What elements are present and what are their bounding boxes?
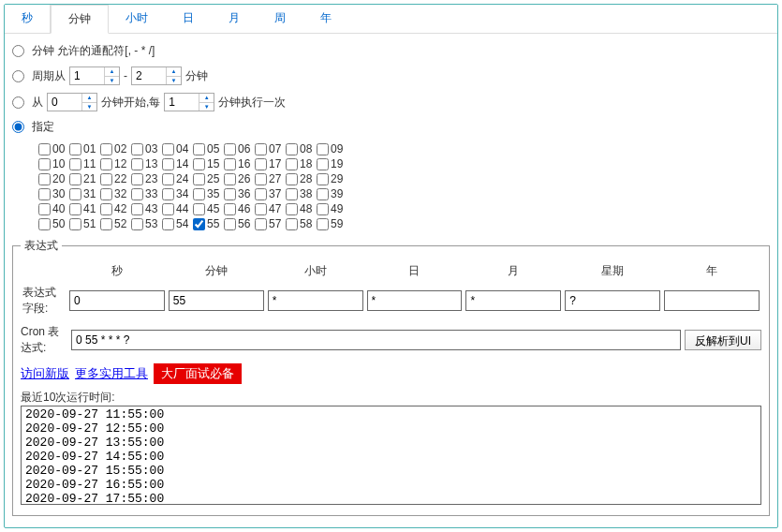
checkbox-minute-47[interactable] (255, 203, 267, 215)
checkbox-minute-53[interactable] (131, 218, 143, 230)
chevron-down-icon[interactable]: ▼ (199, 103, 214, 111)
check-minute-31[interactable]: 31 (69, 187, 100, 200)
checkbox-minute-57[interactable] (255, 218, 267, 230)
textarea-run-times[interactable] (21, 406, 761, 505)
tab-5[interactable]: 周 (258, 5, 303, 33)
check-minute-37[interactable]: 37 (255, 187, 286, 200)
check-minute-7[interactable]: 07 (255, 142, 286, 155)
check-minute-58[interactable]: 58 (286, 217, 317, 230)
checkbox-minute-48[interactable] (286, 203, 298, 215)
checkbox-minute-22[interactable] (100, 173, 112, 185)
checkbox-minute-40[interactable] (38, 203, 51, 215)
radio-cycle[interactable] (12, 70, 24, 82)
check-minute-36[interactable]: 36 (224, 187, 255, 200)
check-minute-15[interactable]: 15 (193, 157, 224, 170)
checkbox-minute-8[interactable] (286, 143, 298, 155)
checkbox-minute-25[interactable] (193, 173, 205, 185)
chevron-up-icon[interactable]: ▲ (167, 67, 181, 77)
radio-wildcard[interactable] (12, 45, 24, 57)
chevron-up-icon[interactable]: ▲ (82, 94, 96, 103)
checkbox-minute-20[interactable] (38, 173, 51, 185)
chevron-up-icon[interactable]: ▲ (199, 94, 214, 103)
checkbox-minute-39[interactable] (317, 188, 329, 200)
checkbox-minute-27[interactable] (255, 173, 267, 185)
check-minute-46[interactable]: 46 (224, 202, 255, 215)
checkbox-minute-23[interactable] (131, 173, 143, 185)
checkbox-minute-6[interactable] (224, 143, 236, 155)
check-minute-34[interactable]: 34 (162, 187, 193, 200)
checkbox-minute-2[interactable] (100, 143, 112, 155)
chevron-down-icon[interactable]: ▼ (167, 77, 181, 85)
checkbox-minute-42[interactable] (100, 203, 112, 215)
check-minute-5[interactable]: 05 (193, 142, 224, 155)
checkbox-minute-52[interactable] (100, 218, 112, 230)
checkbox-minute-9[interactable] (317, 143, 329, 155)
check-minute-51[interactable]: 51 (69, 217, 100, 230)
checkbox-minute-29[interactable] (317, 173, 329, 185)
checkbox-minute-12[interactable] (100, 158, 112, 170)
check-minute-11[interactable]: 11 (69, 157, 100, 170)
checkbox-minute-1[interactable] (69, 143, 81, 155)
checkbox-minute-17[interactable] (255, 158, 267, 170)
check-minute-21[interactable]: 21 (69, 172, 100, 185)
checkbox-minute-51[interactable] (69, 218, 81, 230)
check-minute-41[interactable]: 41 (69, 202, 100, 215)
check-minute-57[interactable]: 57 (255, 217, 286, 230)
checkbox-minute-26[interactable] (224, 173, 236, 185)
checkbox-minute-28[interactable] (286, 173, 298, 185)
radio-from[interactable] (12, 96, 24, 109)
checkbox-minute-44[interactable] (162, 203, 174, 215)
checkbox-minute-41[interactable] (69, 203, 81, 215)
checkbox-minute-0[interactable] (38, 143, 51, 155)
checkbox-minute-24[interactable] (162, 173, 174, 185)
check-minute-3[interactable]: 03 (131, 142, 162, 155)
checkbox-minute-15[interactable] (193, 158, 205, 170)
checkbox-minute-4[interactable] (162, 143, 174, 155)
chevron-down-icon[interactable]: ▼ (82, 103, 96, 111)
check-minute-35[interactable]: 35 (193, 187, 224, 200)
input-cycle-to[interactable] (132, 67, 166, 84)
check-minute-13[interactable]: 13 (131, 157, 162, 170)
tab-1[interactable]: 分钟 (51, 5, 109, 34)
checkbox-minute-46[interactable] (224, 203, 236, 215)
parse-to-ui-button[interactable]: 反解析到UI (685, 330, 761, 350)
check-minute-38[interactable]: 38 (286, 187, 317, 200)
checkbox-minute-49[interactable] (317, 203, 329, 215)
checkbox-minute-54[interactable] (162, 218, 174, 230)
tab-4[interactable]: 月 (212, 5, 258, 33)
check-minute-8[interactable]: 08 (286, 142, 317, 155)
check-minute-50[interactable]: 50 (38, 217, 69, 230)
check-minute-12[interactable]: 12 (100, 157, 131, 170)
check-minute-1[interactable]: 01 (69, 142, 100, 155)
checkbox-minute-33[interactable] (131, 188, 143, 200)
check-minute-42[interactable]: 42 (100, 202, 131, 215)
checkbox-minute-37[interactable] (255, 188, 267, 200)
expr-field-4[interactable] (465, 290, 561, 311)
check-minute-22[interactable]: 22 (100, 172, 131, 185)
check-minute-56[interactable]: 56 (224, 217, 255, 230)
check-minute-40[interactable]: 40 (38, 202, 69, 215)
checkbox-minute-36[interactable] (224, 188, 236, 200)
checkbox-minute-13[interactable] (131, 158, 143, 170)
checkbox-minute-5[interactable] (193, 143, 205, 155)
check-minute-6[interactable]: 06 (224, 142, 255, 155)
check-minute-28[interactable]: 28 (286, 172, 317, 185)
check-minute-32[interactable]: 32 (100, 187, 131, 200)
expr-field-6[interactable] (664, 290, 760, 311)
checkbox-minute-59[interactable] (317, 218, 329, 230)
chevron-up-icon[interactable]: ▲ (105, 67, 119, 77)
check-minute-39[interactable]: 39 (317, 187, 347, 200)
check-minute-18[interactable]: 18 (286, 157, 317, 170)
check-minute-26[interactable]: 26 (224, 172, 255, 185)
check-minute-30[interactable]: 30 (38, 187, 69, 200)
expr-field-5[interactable] (565, 290, 660, 311)
checkbox-minute-55[interactable] (193, 218, 205, 230)
check-minute-4[interactable]: 04 (162, 142, 193, 155)
checkbox-minute-19[interactable] (317, 158, 329, 170)
checkbox-minute-30[interactable] (38, 188, 51, 200)
checkbox-minute-58[interactable] (286, 218, 298, 230)
check-minute-49[interactable]: 49 (317, 202, 347, 215)
expr-field-3[interactable] (367, 290, 463, 311)
check-minute-44[interactable]: 44 (162, 202, 193, 215)
input-from[interactable] (48, 94, 81, 111)
